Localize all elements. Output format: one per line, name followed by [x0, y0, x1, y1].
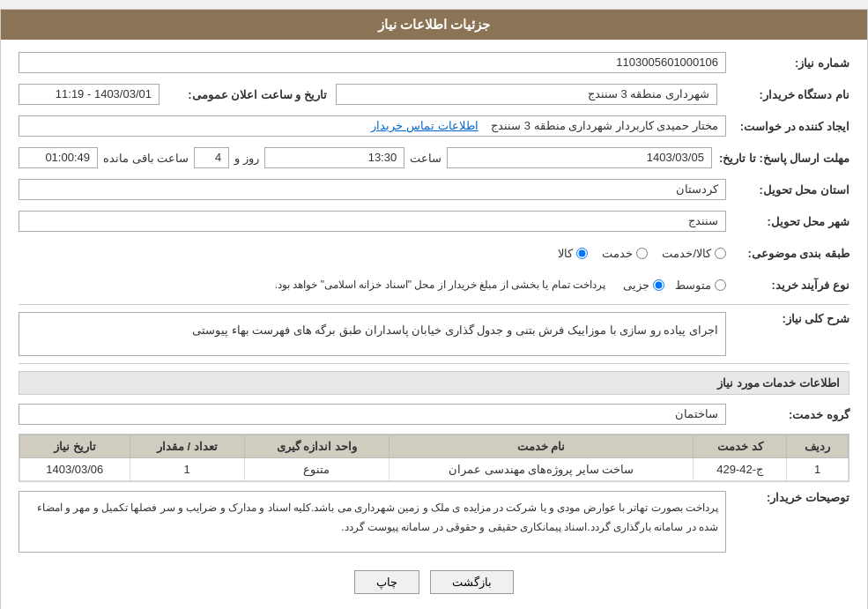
city-label: شهر محل تحویل: — [726, 215, 849, 228]
province-value: کردستان — [19, 179, 726, 200]
purchase-type-label: نوع فرآیند خرید: — [726, 279, 849, 292]
province-label: استان محل تحویل: — [726, 183, 849, 197]
buyer-org-value: شهرداری منطقه 3 سنندج — [336, 84, 717, 105]
col-service-name: نام خدمت — [389, 435, 694, 458]
response-time-label: ساعت — [410, 152, 441, 165]
need-description-value: اجرای پیاده رو سازی با موزاییک فرش بتنی … — [19, 312, 726, 356]
announce-datetime-label: تاریخ و ساعت اعلان عمومی: — [168, 88, 327, 101]
col-row: ردیف — [787, 435, 849, 458]
response-time: 13:30 — [264, 147, 404, 168]
category-kala-khedmat-option[interactable]: کالا/خدمت — [662, 247, 726, 260]
category-khedmat-option[interactable]: خدمت — [602, 247, 648, 260]
response-days: 4 — [194, 147, 229, 168]
category-kala-khedmat-label: کالا/خدمت — [662, 247, 711, 260]
page-title: جزئیات اطلاعات نیاز — [378, 17, 490, 32]
city-value: سنندج — [19, 211, 726, 232]
category-kala-option[interactable]: کالا — [558, 247, 588, 260]
need-number-label: شماره نیاز: — [726, 56, 849, 70]
category-kala-radio[interactable] — [576, 248, 588, 259]
table-row: 1 ج-42-429 ساخت سایر پروژه‌های مهندسی عم… — [20, 458, 849, 481]
cell-row: 1 — [787, 458, 849, 481]
need-description-label: شرح کلی نیاز: — [726, 312, 849, 325]
services-table-container: ردیف کد خدمت نام خدمت واحد اندازه گیری ت… — [19, 434, 849, 482]
response-deadline-label: مهلت ارسال پاسخ: تا تاریخ: — [712, 152, 849, 165]
purchase-motawaset-option[interactable]: متوسط — [675, 279, 726, 292]
print-button[interactable]: چاپ — [354, 570, 419, 594]
cell-service-name: ساخت سایر پروژه‌های مهندسی عمران — [389, 458, 694, 481]
cell-service-code: ج-42-429 — [694, 458, 787, 481]
purchase-motawaset-label: متوسط — [675, 279, 711, 292]
service-group-label: گروه خدمت: — [726, 408, 849, 421]
creator-contact-link[interactable]: اطلاعات تماس خریدار — [371, 119, 478, 132]
service-group-value: ساختمان — [19, 404, 726, 425]
purchase-motawaset-radio[interactable] — [715, 279, 726, 291]
purchase-jozi-option[interactable]: جزیی — [623, 279, 664, 292]
back-button[interactable]: بازگشت — [430, 570, 514, 594]
col-service-code: کد خدمت — [694, 435, 787, 458]
purchase-type-group: متوسط جزیی پرداخت تمام یا بخشی از مبلغ خ… — [19, 279, 726, 292]
remaining-time: 01:00:49 — [19, 147, 98, 168]
purchase-type-description: پرداخت تمام یا بخشی از مبلغ خریدار از مح… — [19, 279, 612, 291]
response-days-label: روز و — [234, 152, 259, 165]
col-quantity: تعداد / مقدار — [130, 435, 244, 458]
buyer-notes-value: پرداخت بصورت تهاتر با عوارض مودی و یا شر… — [19, 491, 726, 553]
category-khedmat-label: خدمت — [602, 247, 633, 260]
purchase-jozi-radio[interactable] — [653, 279, 664, 291]
cell-quantity: 1 — [130, 458, 244, 481]
services-section-title: اطلاعات خدمات مورد نیاز — [19, 371, 849, 395]
cell-unit: متنوع — [244, 458, 389, 481]
remaining-label: ساعت باقی مانده — [103, 152, 189, 165]
button-row: بازگشت چاپ — [19, 560, 849, 601]
col-date: تاریخ نیاز — [20, 435, 130, 458]
creator-value: مختار حمیدی کاربردار شهرداری منطقه 3 سنن… — [19, 115, 726, 137]
purchase-jozi-label: جزیی — [623, 279, 649, 292]
announce-datetime-value: 1403/03/01 - 11:19 — [19, 84, 160, 105]
category-kala-khedmat-radio[interactable] — [715, 248, 726, 259]
buyer-org-label: نام دستگاه خریدار: — [726, 88, 849, 101]
cell-date: 1403/03/06 — [20, 458, 130, 481]
category-khedmat-radio[interactable] — [636, 248, 648, 259]
category-kala-label: کالا — [558, 247, 573, 260]
category-label: طبقه بندی موضوعی: — [726, 247, 849, 260]
buyer-notes-label: توصیحات خریدار: — [726, 491, 849, 504]
col-unit: واحد اندازه گیری — [244, 435, 389, 458]
page-header: جزئیات اطلاعات نیاز — [1, 10, 867, 40]
need-number-value: 1103005601000106 — [19, 52, 726, 73]
response-date: 1403/03/05 — [447, 147, 712, 168]
services-table: ردیف کد خدمت نام خدمت واحد اندازه گیری ت… — [19, 434, 849, 481]
category-radio-group: کالا/خدمت خدمت کالا — [19, 247, 726, 260]
creator-label: ایجاد کننده در خواست: — [726, 120, 849, 133]
